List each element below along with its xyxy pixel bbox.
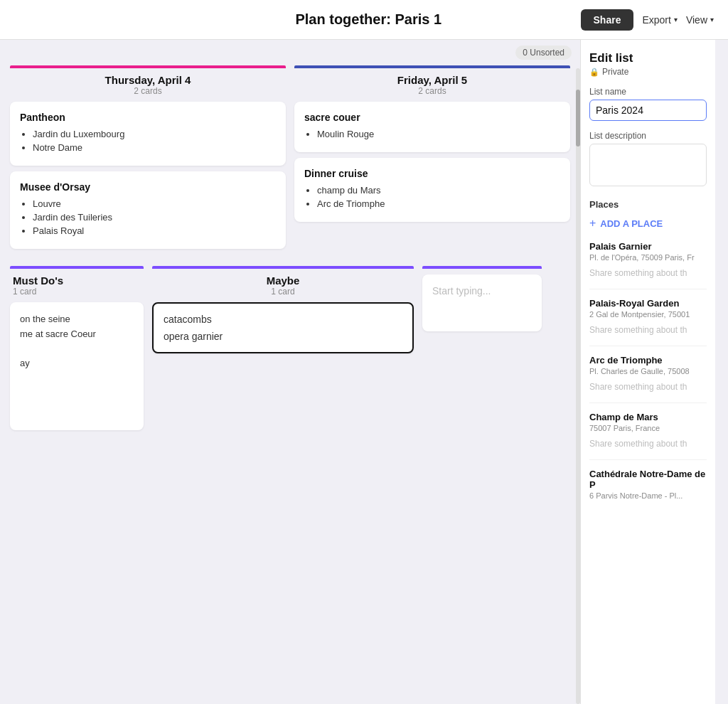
column-maybe: Maybe 1 card catacombs opera garnier: [148, 266, 418, 436]
empty-card[interactable]: Start typing...: [422, 274, 542, 331]
place-address: Pl. Charles de Gaulle, 75008: [589, 367, 707, 375]
column-thursday: Thursday, April 4 2 cards Pantheon Jardi…: [6, 65, 290, 255]
maybe-title: Maybe: [152, 274, 414, 287]
place-item-palais-royal: Palais-Royal Garden 2 Gal de Montpensier…: [589, 298, 707, 336]
friday-header: Friday, April 5 2 cards: [294, 74, 570, 102]
place-item-notre-dame: Cathédrale Notre-Dame de P 6 Parvis Notr…: [589, 469, 707, 500]
place-address: 75007 Paris, France: [589, 424, 707, 432]
friday-card-1-list: Moulin Rouge: [304, 129, 560, 139]
divider: [589, 402, 707, 403]
header: Plan together: Paris 1 Share Export ▾ Vi…: [0, 0, 728, 40]
list-item: Moulin Rouge: [317, 129, 560, 139]
friday-card-2-list: champ du Mars Arc de Triomphe: [304, 185, 560, 209]
thursday-card-2[interactable]: Musee d'Orsay Louvre Jardin des Tuilerie…: [10, 171, 286, 249]
board-area: 0 Unsorted Thursday, April 4 2 cards Pan…: [0, 40, 580, 704]
list-desc-label: List description: [589, 131, 707, 141]
place-address: 6 Parvis Notre-Dame - Pl...: [589, 491, 707, 500]
list-desc-textarea[interactable]: [589, 144, 707, 186]
maybe-header: Maybe 1 card: [152, 274, 414, 302]
list-item: champ du Mars: [317, 185, 560, 196]
place-address: Pl. de l'Opéra, 75009 Paris, Fr: [589, 253, 707, 262]
lock-icon: 🔒: [589, 68, 599, 77]
thursday-subtitle: 2 cards: [10, 86, 286, 96]
unsorted-bar: 0 Unsorted: [0, 40, 580, 65]
share-button[interactable]: Share: [581, 9, 634, 31]
plus-icon: +: [589, 217, 596, 230]
friday-accent-bar: [294, 65, 570, 68]
export-button[interactable]: Export ▾: [642, 14, 677, 26]
thursday-accent-bar: [10, 65, 286, 68]
thursday-header: Thursday, April 4 2 cards: [10, 74, 286, 102]
divider: [589, 289, 707, 289]
friday-subtitle: 2 cards: [294, 86, 570, 96]
friday-card-1-title: sacre couer: [304, 112, 560, 123]
divider: [589, 459, 707, 460]
scrollbar[interactable]: [576, 68, 580, 704]
view-button[interactable]: View ▾: [686, 14, 714, 26]
empty-accent-bar: [422, 266, 542, 269]
must-do-accent-bar: [10, 266, 144, 269]
thursday-title: Thursday, April 4: [10, 74, 286, 86]
friday-card-2[interactable]: Dinner cruise champ du Mars Arc de Triom…: [294, 158, 570, 222]
thursday-card-2-title: Musee d'Orsay: [20, 181, 276, 193]
header-actions: Share Export ▾ View ▾: [581, 9, 714, 31]
place-name: Palais-Royal Garden: [589, 298, 707, 309]
column-empty: Start typing...: [418, 266, 546, 436]
friday-title: Friday, April 5: [294, 74, 570, 86]
add-place-button[interactable]: + ADD A PLACE: [589, 217, 663, 230]
list-name-label: List name: [589, 87, 707, 97]
scroll-thumb[interactable]: [576, 90, 580, 146]
must-do-card-text: on the seine me at sacre Coeur ay: [20, 312, 134, 371]
place-name: Cathédrale Notre-Dame de P: [589, 469, 707, 490]
maybe-accent-bar: [152, 266, 414, 269]
main-layout: 0 Unsorted Thursday, April 4 2 cards Pan…: [0, 40, 728, 704]
panel-title: Edit list: [589, 51, 707, 65]
maybe-card[interactable]: catacombs opera garnier: [152, 302, 414, 353]
must-do-header: Must Do's 1 card: [10, 274, 144, 302]
friday-card-1[interactable]: sacre couer Moulin Rouge: [294, 102, 570, 152]
maybe-card-item-1: catacombs: [164, 314, 402, 325]
column-must-do: Must Do's 1 card on the seine me at sacr…: [6, 266, 148, 436]
place-share-input[interactable]: Share something about th: [589, 268, 687, 278]
thursday-card-1-list: Jardin du Luxembourg Notre Dame: [20, 129, 276, 153]
list-item: Palais Royal: [33, 225, 276, 236]
maybe-card-item-2: opera garnier: [164, 331, 402, 342]
list-item: Jardin des Tuileries: [33, 212, 276, 223]
view-chevron-icon: ▾: [710, 16, 714, 23]
private-label: Private: [602, 67, 628, 77]
divider: [589, 346, 707, 346]
places-label: Places: [589, 199, 707, 210]
place-item-arc: Arc de Triomphe Pl. Charles de Gaulle, 7…: [589, 355, 707, 393]
place-name: Palais Garnier: [589, 241, 707, 252]
list-item: Notre Dame: [33, 142, 276, 153]
unsorted-badge: 0 Unsorted: [515, 46, 572, 60]
thursday-card-1[interactable]: Pantheon Jardin du Luxembourg Notre Dame: [10, 102, 286, 166]
export-chevron-icon: ▾: [674, 16, 678, 23]
place-share-input[interactable]: Share something about th: [589, 325, 687, 335]
list-item: Louvre: [33, 198, 276, 209]
list-item: Arc de Triomphe: [317, 198, 560, 209]
thursday-card-1-title: Pantheon: [20, 112, 276, 123]
place-item-champ-de-mars: Champ de Mars 75007 Paris, France Share …: [589, 412, 707, 449]
add-place-label: ADD A PLACE: [600, 218, 663, 229]
page-title: Plan together: Paris 1: [156, 11, 581, 28]
thursday-card-2-list: Louvre Jardin des Tuileries Palais Royal: [20, 198, 276, 236]
empty-card-placeholder: Start typing...: [432, 285, 491, 297]
right-panel: Edit list 🔒 Private List name List descr…: [580, 40, 715, 704]
must-do-subtitle: 1 card: [13, 287, 144, 297]
list-name-input[interactable]: [589, 100, 707, 121]
list-item: Jardin du Luxembourg: [33, 129, 276, 139]
column-friday: Friday, April 5 2 cards sacre couer Moul…: [290, 65, 574, 255]
place-name: Arc de Triomphe: [589, 355, 707, 366]
place-share-input[interactable]: Share something about th: [589, 439, 687, 449]
place-item-palais-garnier: Palais Garnier Pl. de l'Opéra, 75009 Par…: [589, 241, 707, 279]
place-name: Champ de Mars: [589, 412, 707, 422]
maybe-subtitle: 1 card: [152, 287, 414, 297]
place-address: 2 Gal de Montpensier, 75001: [589, 310, 707, 319]
must-do-card[interactable]: on the seine me at sacre Coeur ay: [10, 302, 144, 430]
panel-private: 🔒 Private: [589, 67, 707, 77]
must-do-title: Must Do's: [13, 274, 144, 287]
place-share-input[interactable]: Share something about th: [589, 382, 687, 392]
friday-card-2-title: Dinner cruise: [304, 168, 560, 179]
